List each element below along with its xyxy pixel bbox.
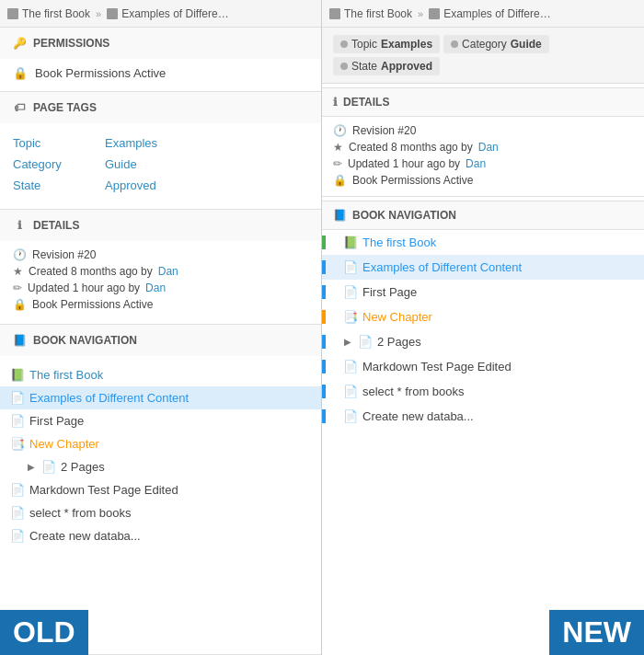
created-row: ★ Created 8 months ago by Dan bbox=[13, 265, 308, 278]
right-details-content: 🕐 Revision #20 ★ Created 8 months ago by… bbox=[322, 117, 644, 197]
right-pencil-icon: ✏ bbox=[333, 157, 342, 170]
right-nav-book-text: The first Book bbox=[362, 236, 637, 249]
left-nav-active-page[interactable]: 📄 Examples of Different Content bbox=[0, 386, 321, 409]
right-nav-first-page[interactable]: 📄 First Page bbox=[322, 280, 644, 305]
right-nav-sql-icon: 📄 bbox=[344, 385, 357, 398]
revision-text: Revision #20 bbox=[32, 248, 96, 261]
permissions-item[interactable]: 🔒 Book Permissions Active bbox=[0, 59, 321, 91]
left-nav-create-text: Create new databa... bbox=[29, 529, 141, 543]
tag-pill-state-value: Approved bbox=[381, 60, 432, 73]
book-border bbox=[322, 236, 326, 249]
left-nav-first-page-icon: 📄 bbox=[11, 415, 24, 428]
right-nav-create[interactable]: 📄 Create new databa... bbox=[322, 404, 644, 429]
right-details-title: DETAILS bbox=[343, 96, 389, 109]
revision-row: 🕐 Revision #20 bbox=[13, 248, 308, 261]
left-nav-sql-text: select * from books bbox=[29, 506, 132, 520]
created-by-link[interactable]: Dan bbox=[158, 265, 178, 278]
right-nav-markdown-icon: 📄 bbox=[344, 361, 357, 373]
sql-border bbox=[322, 385, 326, 398]
right-nav-sql[interactable]: 📄 select * from books bbox=[322, 379, 644, 404]
tag-value-category[interactable]: Guide bbox=[105, 157, 137, 171]
left-nav-sub[interactable]: ▶ 📄 2 Pages bbox=[0, 455, 321, 478]
tag-row-state: State Approved bbox=[13, 175, 308, 196]
left-nav-active-text: Examples of Different Content bbox=[29, 391, 189, 405]
right-breadcrumb: The first Book » Examples of Different .… bbox=[322, 0, 644, 28]
tag-row-category: Category Guide bbox=[13, 154, 308, 175]
left-nav-chapter-icon: 📑 bbox=[11, 438, 24, 451]
right-book-nav-icon: 📘 bbox=[333, 209, 347, 222]
left-nav-markdown-text: Markdown Test Page Edited bbox=[29, 483, 178, 497]
tag-dot-topic bbox=[340, 40, 348, 48]
tag-icon: 🏷 bbox=[13, 101, 26, 114]
right-nav-create-text: Create new databa... bbox=[362, 409, 637, 423]
left-nav-page-icon-active: 📄 bbox=[11, 392, 24, 405]
right-nav-sub[interactable]: ▶ 📄 2 Pages bbox=[322, 329, 644, 354]
right-breadcrumb-page[interactable]: Examples of Different ... bbox=[443, 7, 554, 20]
right-nav-sub-text: 2 Pages bbox=[377, 335, 637, 349]
right-nav-create-icon: 📄 bbox=[344, 410, 357, 423]
first-page-border bbox=[322, 285, 326, 299]
tag-key-topic[interactable]: Topic bbox=[13, 136, 105, 150]
updated-by-link[interactable]: Dan bbox=[145, 282, 166, 294]
left-nav-markdown[interactable]: 📄 Markdown Test Page Edited bbox=[0, 478, 321, 501]
right-book-nav-list: 📗 The first Book 📄 Examples of Different… bbox=[322, 230, 644, 655]
right-nav-book[interactable]: 📗 The first Book bbox=[322, 230, 644, 255]
left-nav-chapter[interactable]: 📑 New Chapter bbox=[0, 432, 321, 455]
right-details-header: ℹ DETAILS bbox=[322, 87, 644, 117]
right-breadcrumb-page-icon bbox=[429, 8, 440, 19]
right-tags-row: Topic Examples Category Guide State Appr… bbox=[322, 28, 644, 84]
left-nav-create[interactable]: 📄 Create new databa... bbox=[0, 524, 321, 547]
right-breadcrumb-book[interactable]: The first Book bbox=[344, 7, 412, 20]
perm-lock-icon: 🔒 bbox=[13, 298, 27, 311]
right-nav-active-page[interactable]: 📄 Examples of Different Content bbox=[322, 255, 644, 280]
right-updated-text: Updated 1 hour ago by bbox=[348, 157, 460, 170]
left-nav-sub-icon: 📄 bbox=[42, 461, 55, 474]
right-perm-lock-icon: 🔒 bbox=[333, 174, 347, 187]
right-tag-topic[interactable]: Topic Examples bbox=[333, 35, 440, 53]
page-tags-title: PAGE TAGS bbox=[33, 101, 97, 114]
right-nav-page-icon-active: 📄 bbox=[344, 261, 357, 274]
right-created-text: Created 8 months ago by bbox=[349, 141, 473, 154]
info-icon: ℹ bbox=[13, 219, 26, 232]
left-details-section: ℹ DETAILS 🕐 Revision #20 ★ Created 8 mon… bbox=[0, 210, 321, 325]
page-tags-header: 🏷 PAGE TAGS bbox=[0, 92, 321, 123]
right-nav-markdown-text: Markdown Test Page Edited bbox=[362, 360, 637, 373]
star-icon: ★ bbox=[13, 265, 23, 278]
left-nav-first-page[interactable]: 📄 First Page bbox=[0, 409, 321, 432]
left-nav-book[interactable]: 📗 The first Book bbox=[0, 363, 321, 386]
left-nav-first-page-text: First Page bbox=[29, 414, 84, 428]
left-book-nav-title: BOOK NAVIGATION bbox=[33, 334, 137, 347]
left-nav-sql[interactable]: 📄 select * from books bbox=[0, 501, 321, 524]
old-badge: OLD bbox=[0, 610, 88, 655]
book-nav-icon: 📘 bbox=[13, 334, 26, 347]
left-breadcrumb-page[interactable]: Examples of Different ... bbox=[121, 7, 232, 20]
created-text: Created 8 months ago by bbox=[29, 265, 153, 278]
tag-key-state[interactable]: State bbox=[13, 178, 105, 192]
right-created-by-link[interactable]: Dan bbox=[478, 141, 499, 154]
left-breadcrumb-book[interactable]: The first Book bbox=[22, 7, 90, 20]
lock-icon: 🔒 bbox=[13, 66, 28, 80]
left-nav-book-icon: 📗 bbox=[11, 369, 24, 382]
tag-value-state[interactable]: Approved bbox=[105, 178, 156, 192]
tag-key-category[interactable]: Category bbox=[13, 157, 105, 171]
right-nav-book-icon: 📗 bbox=[344, 236, 357, 249]
right-nav-sql-text: select * from books bbox=[362, 385, 637, 398]
right-tag-category[interactable]: Category Guide bbox=[443, 35, 549, 53]
active-page-border bbox=[322, 260, 326, 274]
right-nav-markdown[interactable]: 📄 Markdown Test Page Edited bbox=[322, 354, 644, 379]
permissions-header: 🔑 PERMISSIONS bbox=[0, 28, 321, 59]
right-nav-chapter[interactable]: 📑 New Chapter bbox=[322, 305, 644, 329]
right-nav-first-page-icon: 📄 bbox=[344, 286, 357, 299]
tag-row-topic: Topic Examples bbox=[13, 132, 308, 154]
tag-value-topic[interactable]: Examples bbox=[105, 136, 157, 150]
right-tag-state[interactable]: State Approved bbox=[333, 57, 440, 75]
breadcrumb-book-icon bbox=[7, 8, 18, 19]
permissions-item-text: Book Permissions Active bbox=[35, 66, 166, 80]
right-updated-by-link[interactable]: Dan bbox=[466, 157, 486, 170]
tag-pill-category-value: Guide bbox=[511, 38, 542, 51]
right-perm-row: 🔒 Book Permissions Active bbox=[333, 174, 633, 187]
key-icon: 🔑 bbox=[13, 37, 26, 50]
left-nav-book-text: The first Book bbox=[29, 368, 103, 382]
right-breadcrumb-book-icon bbox=[329, 8, 340, 19]
perm-text: Book Permissions Active bbox=[32, 298, 153, 311]
